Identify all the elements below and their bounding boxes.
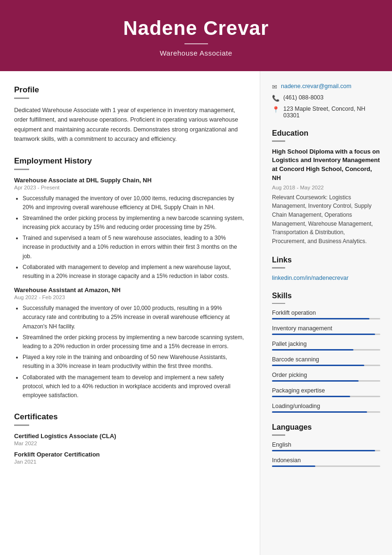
language-bar-fill bbox=[272, 465, 315, 467]
skills-section: Skills Forklift operation Inventory mana… bbox=[272, 292, 380, 413]
skill-bar-fill bbox=[272, 349, 353, 351]
skill-bar-fill bbox=[272, 411, 367, 413]
skill-bar-bg bbox=[272, 411, 380, 413]
education-section-title: Education bbox=[272, 129, 380, 138]
list-item: Streamlined the order picking process by… bbox=[23, 214, 246, 232]
language-bar-bg bbox=[272, 450, 380, 451]
skill-label: Barcode scanning bbox=[272, 356, 380, 363]
skill-item: Loading/unloading bbox=[272, 403, 380, 413]
skill-bar-fill bbox=[272, 380, 359, 382]
skill-bar-fill bbox=[272, 365, 364, 366]
cert-2-date: Jan 2021 bbox=[14, 459, 246, 465]
education-section-divider bbox=[272, 140, 285, 142]
profile-section-divider bbox=[14, 98, 29, 99]
right-column: ✉ nadene.crevar@gmail.com 📞 (461) 088-80… bbox=[260, 71, 392, 555]
skill-item: Barcode scanning bbox=[272, 356, 380, 366]
job-2-bullets: Successfully managed the inventory of ov… bbox=[14, 304, 246, 400]
skill-item: Packaging expertise bbox=[272, 387, 380, 397]
job-1-title: Warehouse Associate at DHL Supply Chain,… bbox=[14, 177, 246, 184]
header-divider bbox=[184, 43, 208, 44]
job-2-dates: Aug 2022 - Feb 2023 bbox=[14, 294, 246, 300]
skill-label: Loading/unloading bbox=[272, 403, 380, 409]
header-name: Nadene Crevar bbox=[19, 17, 373, 40]
skill-label: Packaging expertise bbox=[272, 387, 380, 394]
languages-section-divider bbox=[272, 434, 285, 436]
job-2: Warehouse Assistant at Amazon, NH Aug 20… bbox=[14, 286, 246, 400]
employment-section: Employment History Warehouse Associate a… bbox=[14, 156, 246, 400]
cert-1-name: Certified Logistics Associate (CLA) bbox=[14, 433, 246, 440]
job-1-dates: Apr 2023 - Present bbox=[14, 185, 246, 190]
language-item: English bbox=[272, 441, 380, 451]
language-item: Indonesian bbox=[272, 457, 380, 467]
email-icon: ✉ bbox=[272, 83, 277, 90]
skill-label: Pallet jacking bbox=[272, 341, 380, 347]
education-section: Education High School Diploma with a foc… bbox=[272, 129, 380, 245]
skill-bar-fill bbox=[272, 396, 350, 397]
contact-phone: (461) 088-8003 bbox=[283, 94, 323, 101]
skill-item: Inventory management bbox=[272, 325, 380, 335]
language-bar-bg bbox=[272, 465, 380, 467]
list-item: Trained and supervised a team of 5 new w… bbox=[23, 234, 246, 261]
links-section-divider bbox=[272, 267, 285, 269]
certificate-2: Forklift Operator Certification Jan 2021 bbox=[14, 451, 246, 465]
list-item: Successfully managed the inventory of ov… bbox=[23, 304, 246, 331]
skill-bar-bg bbox=[272, 396, 380, 397]
skills-section-divider bbox=[272, 303, 285, 304]
left-column: Profile Dedicated Warehouse Associate wi… bbox=[0, 71, 260, 555]
contact-email-item: ✉ nadene.crevar@gmail.com bbox=[272, 83, 380, 90]
skill-label: Inventory management bbox=[272, 325, 380, 332]
language-label: English bbox=[272, 441, 380, 448]
list-item: Collaborated with the management team to… bbox=[23, 373, 246, 400]
skill-item: Forklift operation bbox=[272, 310, 380, 319]
languages-list: English Indonesian bbox=[272, 441, 380, 467]
links-section-title: Links bbox=[272, 256, 380, 264]
skill-bar-fill bbox=[272, 334, 375, 335]
skill-bar-bg bbox=[272, 365, 380, 366]
skill-item: Order picking bbox=[272, 372, 380, 382]
certificate-1: Certified Logistics Associate (CLA) Mar … bbox=[14, 433, 246, 446]
cert-2-name: Forklift Operator Certification bbox=[14, 451, 246, 458]
certificates-section: Certificates Certified Logistics Associa… bbox=[14, 412, 246, 465]
edu-coursework: Relevant Coursework: Logistics Managemen… bbox=[272, 193, 380, 246]
skill-bar-bg bbox=[272, 380, 380, 382]
language-bar-fill bbox=[272, 450, 375, 451]
certificates-section-title: Certificates bbox=[14, 412, 246, 422]
header-title: Warehouse Associate bbox=[19, 49, 373, 57]
resume: Nadene Crevar Warehouse Associate Profil… bbox=[0, 0, 392, 555]
cert-1-date: Mar 2022 bbox=[14, 441, 246, 446]
resume-header: Nadene Crevar Warehouse Associate bbox=[0, 0, 392, 71]
skill-bar-fill bbox=[272, 318, 369, 319]
edu-dates: Aug 2018 - May 2022 bbox=[272, 185, 380, 190]
employment-section-divider bbox=[14, 169, 29, 170]
list-item: Successfully managed the inventory of ov… bbox=[23, 194, 246, 212]
list-item: Streamlined the order picking process by… bbox=[23, 333, 246, 351]
linkedin-link[interactable]: linkedin.com/in/nadenecrevar bbox=[272, 275, 349, 281]
job-1: Warehouse Associate at DHL Supply Chain,… bbox=[14, 177, 246, 281]
skill-bar-bg bbox=[272, 349, 380, 351]
skill-label: Forklift operation bbox=[272, 310, 380, 316]
languages-section-title: Languages bbox=[272, 423, 380, 432]
languages-section: Languages English Indonesian bbox=[272, 423, 380, 467]
skill-bar-bg bbox=[272, 334, 380, 335]
employment-section-title: Employment History bbox=[14, 156, 246, 166]
contact-email[interactable]: nadene.crevar@gmail.com bbox=[281, 83, 352, 90]
list-item: Collaborated with management to develop … bbox=[23, 263, 246, 281]
skill-label: Order picking bbox=[272, 372, 380, 378]
location-icon: 📍 bbox=[272, 106, 280, 113]
profile-text: Dedicated Warehouse Associate with 1 yea… bbox=[14, 106, 246, 145]
skill-item: Pallet jacking bbox=[272, 341, 380, 351]
skills-section-title: Skills bbox=[272, 292, 380, 300]
list-item: Played a key role in the training and on… bbox=[23, 353, 246, 371]
language-label: Indonesian bbox=[272, 457, 380, 464]
certificates-section-divider bbox=[14, 424, 29, 426]
resume-body: Profile Dedicated Warehouse Associate wi… bbox=[0, 71, 392, 555]
job-1-bullets: Successfully managed the inventory of ov… bbox=[14, 194, 246, 281]
phone-icon: 📞 bbox=[272, 95, 280, 102]
skills-list: Forklift operation Inventory management … bbox=[272, 310, 380, 413]
contact-address-item: 📍 123 Maple Street, Concord, NH 03301 bbox=[272, 106, 380, 119]
links-section: Links linkedin.com/in/nadenecrevar bbox=[272, 256, 380, 281]
contact-section: ✉ nadene.crevar@gmail.com 📞 (461) 088-80… bbox=[272, 83, 380, 119]
job-2-title: Warehouse Assistant at Amazon, NH bbox=[14, 286, 246, 294]
profile-section-title: Profile bbox=[14, 85, 246, 95]
contact-phone-item: 📞 (461) 088-8003 bbox=[272, 94, 380, 102]
